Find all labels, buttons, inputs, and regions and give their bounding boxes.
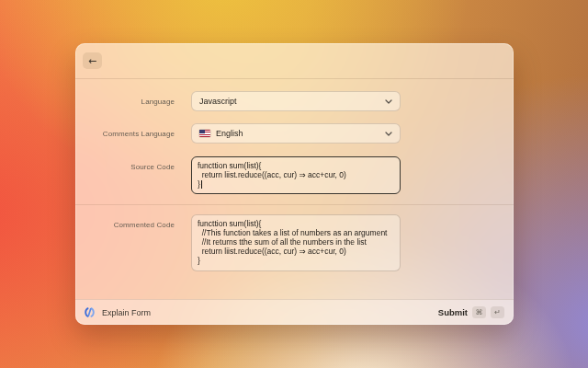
source-code-textarea[interactable]: functtion sum(list){ return liist.reduce…: [191, 156, 401, 194]
comments-language-selected-value: English: [216, 129, 243, 138]
window-footer: Explain Form Submit ⌘ ↵: [75, 299, 514, 325]
language-label: Language: [75, 98, 191, 106]
language-row: Language Javascript: [75, 91, 514, 111]
app-logo-icon: [84, 306, 96, 318]
commented-code-label: Commented Code: [75, 214, 191, 229]
submit-button[interactable]: Submit: [438, 307, 468, 317]
comments-language-select[interactable]: English: [191, 123, 401, 144]
comments-language-row: Comments Language English: [75, 123, 514, 144]
back-arrow-icon: ←: [88, 56, 96, 66]
window-header: ←: [75, 43, 514, 79]
return-key-icon: ↵: [491, 306, 504, 318]
chevron-down-icon: [385, 99, 392, 104]
comments-language-label: Comments Language: [75, 130, 191, 138]
language-selected-value: Javascript: [199, 97, 237, 106]
us-flag-icon: [199, 130, 210, 137]
command-key-icon: ⌘: [472, 306, 486, 318]
source-code-row: Source Code functtion sum(list){ return …: [75, 156, 514, 194]
commented-code-textarea[interactable]: functtion sum(list){ //This function tak…: [191, 214, 401, 271]
commented-code-row: Commented Code functtion sum(list){ //Th…: [75, 214, 514, 271]
language-select[interactable]: Javascript: [191, 91, 401, 111]
form-window: ← Language Javascript Comments Language: [75, 43, 514, 325]
chevron-down-icon: [385, 132, 392, 136]
form-body: Language Javascript Comments Language E: [75, 79, 514, 299]
app-name: Explain Form: [102, 308, 151, 317]
back-button[interactable]: ←: [83, 52, 102, 69]
divider: [75, 204, 514, 205]
source-code-label: Source Code: [75, 156, 191, 171]
desktop-background: ← Language Javascript Comments Language: [0, 0, 588, 368]
